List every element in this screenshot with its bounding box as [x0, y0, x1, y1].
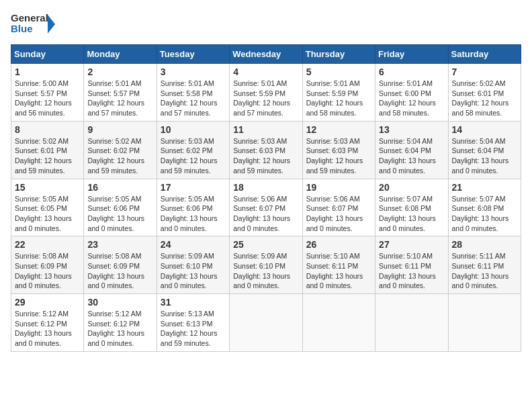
day-number: 25: [233, 239, 298, 250]
day-info: Sunrise: 5:12 AM Sunset: 6:12 PM Dayligh…: [87, 309, 152, 349]
day-number: 14: [452, 124, 517, 135]
day-number: 17: [161, 182, 226, 193]
day-info: Sunrise: 5:05 AM Sunset: 6:06 PM Dayligh…: [87, 194, 152, 234]
calendar-cell: 11Sunrise: 5:03 AM Sunset: 6:03 PM Dayli…: [230, 121, 302, 179]
page-header: GeneralBlue: [11, 11, 521, 38]
day-number: 15: [15, 182, 80, 193]
calendar-cell: 20Sunrise: 5:07 AM Sunset: 6:08 PM Dayli…: [375, 179, 448, 236]
calendar-cell: 1Sunrise: 5:00 AM Sunset: 5:57 PM Daylig…: [11, 64, 84, 122]
day-number: 11: [233, 124, 298, 135]
day-info: Sunrise: 5:01 AM Sunset: 5:59 PM Dayligh…: [233, 79, 298, 118]
day-number: 19: [306, 182, 371, 193]
calendar-header-row: SundayMondayTuesdayWednesdayThursdayFrid…: [11, 45, 521, 64]
logo: GeneralBlue: [11, 11, 58, 38]
day-number: 2: [87, 66, 152, 77]
calendar-week-4: 22Sunrise: 5:08 AM Sunset: 6:09 PM Dayli…: [11, 236, 521, 294]
day-number: 9: [87, 124, 152, 135]
calendar-cell: 22Sunrise: 5:08 AM Sunset: 6:09 PM Dayli…: [11, 236, 84, 294]
day-number: 27: [379, 239, 444, 250]
header-tuesday: Tuesday: [157, 45, 229, 64]
calendar-cell: 17Sunrise: 5:05 AM Sunset: 6:06 PM Dayli…: [157, 179, 229, 236]
day-number: 7: [452, 66, 517, 77]
calendar-cell: 23Sunrise: 5:08 AM Sunset: 6:09 PM Dayli…: [84, 236, 157, 294]
calendar-cell: 7Sunrise: 5:02 AM Sunset: 6:01 PM Daylig…: [448, 64, 521, 122]
header-friday: Friday: [375, 45, 448, 64]
day-number: 3: [161, 66, 226, 77]
day-info: Sunrise: 5:07 AM Sunset: 6:08 PM Dayligh…: [452, 194, 517, 234]
day-info: Sunrise: 5:11 AM Sunset: 6:11 PM Dayligh…: [452, 251, 517, 291]
calendar-cell: 25Sunrise: 5:09 AM Sunset: 6:10 PM Dayli…: [230, 236, 302, 294]
svg-text:General: General: [11, 12, 48, 24]
day-number: 26: [306, 239, 371, 250]
day-number: 8: [15, 124, 80, 135]
day-info: Sunrise: 5:12 AM Sunset: 6:12 PM Dayligh…: [15, 309, 80, 349]
day-info: Sunrise: 5:01 AM Sunset: 5:59 PM Dayligh…: [306, 79, 371, 118]
calendar-cell: 30Sunrise: 5:12 AM Sunset: 6:12 PM Dayli…: [84, 294, 157, 352]
calendar-cell: 2Sunrise: 5:01 AM Sunset: 5:57 PM Daylig…: [84, 64, 157, 122]
day-info: Sunrise: 5:08 AM Sunset: 6:09 PM Dayligh…: [87, 251, 152, 291]
header-wednesday: Wednesday: [230, 45, 302, 64]
logo-svg: GeneralBlue: [11, 11, 58, 38]
day-info: Sunrise: 5:02 AM Sunset: 6:01 PM Dayligh…: [15, 136, 80, 176]
day-number: 13: [379, 124, 444, 135]
calendar-cell: [230, 294, 302, 352]
day-number: 31: [161, 297, 226, 308]
day-info: Sunrise: 5:04 AM Sunset: 6:04 PM Dayligh…: [379, 136, 444, 176]
day-info: Sunrise: 5:05 AM Sunset: 6:05 PM Dayligh…: [15, 194, 80, 234]
day-number: 6: [379, 66, 444, 77]
calendar-cell: 10Sunrise: 5:03 AM Sunset: 6:02 PM Dayli…: [157, 121, 229, 179]
day-number: 22: [15, 239, 80, 250]
day-number: 29: [15, 297, 80, 308]
day-number: 21: [452, 182, 517, 193]
header-thursday: Thursday: [302, 45, 375, 64]
day-info: Sunrise: 5:03 AM Sunset: 6:03 PM Dayligh…: [233, 136, 298, 176]
header-sunday: Sunday: [11, 45, 84, 64]
calendar-cell: 28Sunrise: 5:11 AM Sunset: 6:11 PM Dayli…: [448, 236, 521, 294]
day-number: 12: [306, 124, 371, 135]
calendar-cell: 18Sunrise: 5:06 AM Sunset: 6:07 PM Dayli…: [230, 179, 302, 236]
calendar-cell: 8Sunrise: 5:02 AM Sunset: 6:01 PM Daylig…: [11, 121, 84, 179]
calendar-cell: [375, 294, 448, 352]
day-info: Sunrise: 5:13 AM Sunset: 6:13 PM Dayligh…: [161, 309, 226, 349]
calendar-cell: [448, 294, 521, 352]
day-number: 4: [233, 66, 298, 77]
day-info: Sunrise: 5:09 AM Sunset: 6:10 PM Dayligh…: [233, 251, 298, 291]
day-number: 18: [233, 182, 298, 193]
day-number: 1: [15, 66, 80, 77]
day-info: Sunrise: 5:02 AM Sunset: 6:01 PM Dayligh…: [452, 79, 517, 118]
header-monday: Monday: [84, 45, 157, 64]
day-info: Sunrise: 5:09 AM Sunset: 6:10 PM Dayligh…: [161, 251, 226, 291]
day-info: Sunrise: 5:05 AM Sunset: 6:06 PM Dayligh…: [161, 194, 226, 234]
calendar-cell: 26Sunrise: 5:10 AM Sunset: 6:11 PM Dayli…: [302, 236, 375, 294]
calendar-cell: 9Sunrise: 5:02 AM Sunset: 6:02 PM Daylig…: [84, 121, 157, 179]
day-number: 20: [379, 182, 444, 193]
calendar-cell: 19Sunrise: 5:06 AM Sunset: 6:07 PM Dayli…: [302, 179, 375, 236]
day-number: 5: [306, 66, 371, 77]
day-info: Sunrise: 5:06 AM Sunset: 6:07 PM Dayligh…: [233, 194, 298, 234]
svg-marker-2: [48, 15, 55, 34]
day-info: Sunrise: 5:01 AM Sunset: 5:57 PM Dayligh…: [87, 79, 152, 118]
day-info: Sunrise: 5:10 AM Sunset: 6:11 PM Dayligh…: [306, 251, 371, 291]
day-number: 16: [87, 182, 152, 193]
day-info: Sunrise: 5:07 AM Sunset: 6:08 PM Dayligh…: [379, 194, 444, 234]
calendar-cell: 14Sunrise: 5:04 AM Sunset: 6:04 PM Dayli…: [448, 121, 521, 179]
calendar-cell: 21Sunrise: 5:07 AM Sunset: 6:08 PM Dayli…: [448, 179, 521, 236]
day-number: 10: [161, 124, 226, 135]
calendar-cell: 15Sunrise: 5:05 AM Sunset: 6:05 PM Dayli…: [11, 179, 84, 236]
svg-text:Blue: Blue: [11, 23, 33, 34]
calendar-cell: 12Sunrise: 5:03 AM Sunset: 6:03 PM Dayli…: [302, 121, 375, 179]
calendar-cell: 6Sunrise: 5:01 AM Sunset: 6:00 PM Daylig…: [375, 64, 448, 122]
calendar-cell: 4Sunrise: 5:01 AM Sunset: 5:59 PM Daylig…: [230, 64, 302, 122]
day-info: Sunrise: 5:04 AM Sunset: 6:04 PM Dayligh…: [452, 136, 517, 176]
day-info: Sunrise: 5:03 AM Sunset: 6:03 PM Dayligh…: [306, 136, 371, 176]
day-info: Sunrise: 5:08 AM Sunset: 6:09 PM Dayligh…: [15, 251, 80, 291]
calendar-cell: 3Sunrise: 5:01 AM Sunset: 5:58 PM Daylig…: [157, 64, 229, 122]
day-info: Sunrise: 5:03 AM Sunset: 6:02 PM Dayligh…: [161, 136, 226, 176]
calendar-cell: 16Sunrise: 5:05 AM Sunset: 6:06 PM Dayli…: [84, 179, 157, 236]
calendar-table: SundayMondayTuesdayWednesdayThursdayFrid…: [11, 44, 521, 352]
calendar-week-1: 1Sunrise: 5:00 AM Sunset: 5:57 PM Daylig…: [11, 64, 521, 122]
day-number: 24: [161, 239, 226, 250]
calendar-cell: 13Sunrise: 5:04 AM Sunset: 6:04 PM Dayli…: [375, 121, 448, 179]
day-info: Sunrise: 5:02 AM Sunset: 6:02 PM Dayligh…: [87, 136, 152, 176]
calendar-week-3: 15Sunrise: 5:05 AM Sunset: 6:05 PM Dayli…: [11, 179, 521, 236]
